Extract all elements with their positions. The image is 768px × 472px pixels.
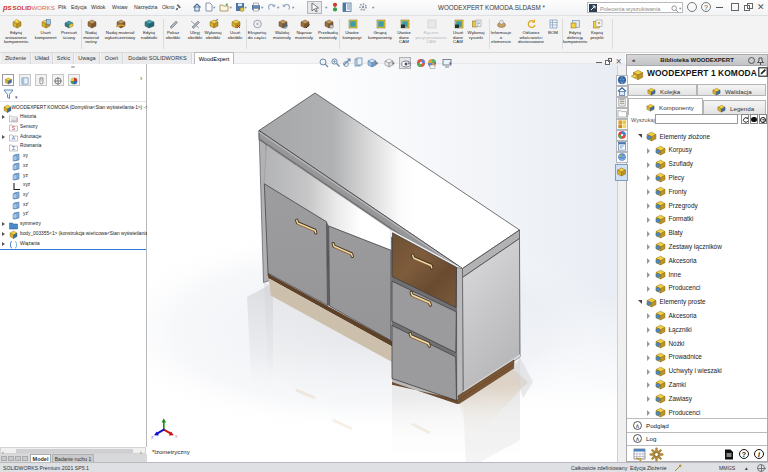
svg-text:Σ: Σ [12, 145, 15, 151]
svg-text:📖: 📖 [10, 116, 17, 123]
svg-text:x: x [175, 433, 178, 439]
svg-text:z: z [151, 434, 154, 440]
svg-text:*Izometryczny: *Izometryczny [152, 449, 190, 455]
